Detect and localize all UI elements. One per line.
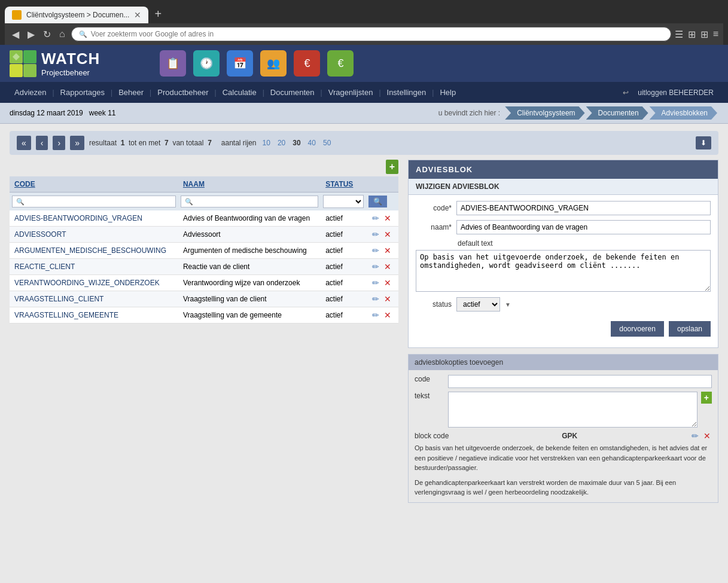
option-tekst-textarea[interactable] (448, 392, 697, 428)
active-tab[interactable]: Cliëntvolgsysteem > Documen... ✕ (5, 7, 148, 23)
home-button[interactable]: ⌂ (57, 28, 68, 41)
rows-20[interactable]: 20 (278, 139, 285, 147)
browser-tabs: Cliëntvolgsysteem > Documen... ✕ + (5, 5, 723, 23)
table-header: CODE NAAM STATUS (10, 176, 398, 193)
prev-page-button[interactable]: ‹ (36, 136, 48, 150)
row-code: VRAAGSTELLING_CLIENT (10, 291, 178, 307)
main-content: « ‹ › » resultaat 1 tot en met 7 van tot… (0, 124, 728, 510)
nav-help[interactable]: Help (435, 82, 461, 103)
header-icon-clock[interactable]: 🕐 (193, 50, 220, 77)
options-body: code tekst + block code GPK ✏ ✕ (409, 370, 718, 502)
export-button[interactable]: ⬇ (696, 136, 711, 149)
nav-beheer[interactable]: Beheer (114, 82, 148, 103)
block-delete-button[interactable]: ✕ (702, 431, 712, 441)
filter-status-select[interactable]: actief inactief (323, 195, 364, 208)
next-page-button[interactable]: › (53, 136, 65, 150)
nav-rapportages[interactable]: Rapportages (56, 82, 109, 103)
bookmarks-icon[interactable]: ☰ (675, 29, 683, 40)
nav-calculatie[interactable]: Calculatie (218, 82, 261, 103)
nav-vragenlijsten[interactable]: Vragenlijsten (324, 82, 378, 103)
sort-code-link[interactable]: CODE (14, 180, 35, 188)
rows-10[interactable]: 10 (263, 139, 270, 147)
logout-link[interactable]: uitloggen BEHEERDER (633, 83, 718, 103)
row-delete-button[interactable]: ✕ (383, 246, 392, 255)
row-edit-button[interactable]: ✏ (371, 230, 380, 239)
extensions-icon[interactable]: ⊞ (688, 29, 696, 40)
header-icon-calendar[interactable]: 📅 (227, 50, 253, 77)
row-edit-button[interactable]: ✏ (371, 246, 380, 255)
code-input[interactable] (456, 201, 711, 215)
page-info: resultaat 1 tot en met 7 van totaal 7 (89, 139, 212, 147)
filter-search-button[interactable]: 🔍 (368, 196, 387, 207)
rows-30[interactable]: 30 (293, 139, 300, 147)
row-delete-button[interactable]: ✕ (383, 294, 392, 304)
sort-naam-link[interactable]: NAAM (183, 180, 205, 188)
nav-documenten[interactable]: Documenten (266, 82, 319, 103)
breadcrumb-documenten[interactable]: Documenten (586, 106, 648, 120)
row-edit-button[interactable]: ✏ (371, 213, 380, 223)
block-text-1: Op basis van het uitgevoerde onderzoek, … (415, 443, 712, 473)
add-adviesblok-button[interactable]: + (386, 160, 398, 174)
logo-sub: Projectbeheer (41, 68, 100, 77)
status-dropdown-icon: ▼ (505, 301, 511, 308)
address-bar: 🔍 (71, 27, 671, 41)
breadcrumb-bar: dinsdag 12 maart 2019 week 11 u bevindt … (0, 103, 728, 124)
table-row: VRAAGSTELLING_GEMEENTE Vraagstelling van… (10, 307, 398, 323)
default-text-textarea[interactable] (416, 250, 711, 292)
row-status: actief (321, 307, 366, 323)
breadcrumb-adviesblokken[interactable]: Adviesblokken (650, 106, 717, 120)
opslaan-button[interactable]: opslaan (669, 321, 711, 337)
row-code: VERANTWOORDING_WIJZE_ONDERZOEK (10, 275, 178, 291)
more-icon[interactable]: ≡ (713, 29, 718, 40)
row-delete-button[interactable]: ✕ (383, 213, 392, 223)
filter-code-cell (10, 193, 178, 211)
col-actions (366, 176, 398, 193)
row-delete-button[interactable]: ✕ (383, 230, 392, 239)
filter-naam-input[interactable] (181, 196, 318, 207)
nav-productbeheer[interactable]: Productbeheer (153, 82, 213, 103)
row-edit-button[interactable]: ✏ (371, 310, 380, 320)
col-naam: NAAM (178, 176, 321, 193)
reload-button[interactable]: ↻ (41, 28, 53, 41)
forward-button[interactable]: ▶ (25, 28, 37, 41)
back-button[interactable]: ◀ (10, 28, 22, 41)
date-text: dinsdag 12 maart 2019 (10, 109, 83, 117)
first-page-button[interactable]: « (17, 136, 31, 150)
header-icon-euro1[interactable]: € (294, 50, 320, 77)
table-row: ARGUMENTEN_MEDISCHE_BESCHOUWING Argument… (10, 243, 398, 259)
row-delete-button[interactable]: ✕ (383, 310, 392, 320)
option-add-button[interactable]: + (701, 392, 712, 404)
row-edit-button[interactable]: ✏ (371, 278, 380, 288)
doorvoeren-button[interactable]: doorvoeren (611, 321, 664, 337)
sort-status-link[interactable]: STATUS (325, 180, 353, 188)
last-page-button[interactable]: » (70, 136, 84, 150)
panel-subheader: WIJZIGEN ADVIESBLOK (409, 179, 718, 195)
table-row: ADVIES-BEANTWOORDING_VRAGEN Advies of Be… (10, 210, 398, 227)
tab-favicon (12, 10, 22, 20)
row-edit-button[interactable]: ✏ (371, 294, 380, 304)
filter-code-input[interactable] (12, 196, 176, 207)
row-delete-button[interactable]: ✕ (383, 278, 392, 288)
rows-50[interactable]: 50 (323, 139, 331, 147)
breadcrumb-clientvolgsysteem[interactable]: Cliëntvolgsysteem (505, 106, 584, 120)
header-icon-users[interactable]: 👥 (260, 50, 287, 77)
block-edit-button[interactable]: ✏ (690, 431, 700, 441)
nav-adviezen[interactable]: Adviezen (10, 82, 51, 103)
naam-input[interactable] (456, 220, 711, 234)
row-delete-button[interactable]: ✕ (383, 262, 392, 271)
apps-icon[interactable]: ⊞ (700, 29, 708, 40)
header-icon-documents[interactable]: 📋 (160, 50, 186, 77)
row-edit-button[interactable]: ✏ (371, 262, 380, 271)
status-select[interactable]: actief inactief (456, 297, 500, 312)
new-tab-button[interactable]: + (148, 5, 167, 23)
row-naam: Reactie van de client (178, 259, 321, 275)
address-input[interactable] (91, 30, 663, 38)
nav-instellingen[interactable]: Instellingen (382, 82, 431, 103)
data-table: CODE NAAM STATUS (10, 176, 398, 323)
default-text-section: default text (416, 239, 711, 297)
col-code: CODE (10, 176, 178, 193)
header-icon-euro2[interactable]: € (327, 50, 354, 77)
option-code-input[interactable] (448, 375, 712, 388)
rows-40[interactable]: 40 (308, 139, 316, 147)
tab-close-button[interactable]: ✕ (134, 10, 141, 20)
